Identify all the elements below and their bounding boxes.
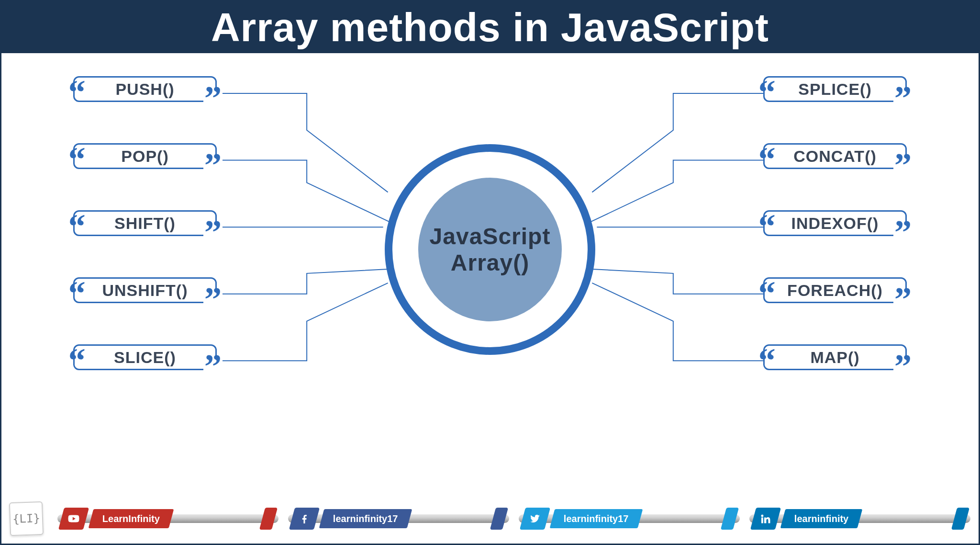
quote-close-icon: ” bbox=[203, 358, 223, 375]
quote-close-icon: ” bbox=[893, 358, 913, 375]
quote-close-icon: ” bbox=[893, 224, 913, 241]
method-map: ” MAP() ” bbox=[763, 341, 907, 374]
youtube-icon bbox=[58, 508, 89, 530]
social-bar: {LI} LearnInfinity learninfinity17 bbox=[0, 492, 980, 545]
method-indexof: ” INDEXOF() ” bbox=[763, 206, 907, 240]
quote-close-icon: ” bbox=[893, 157, 913, 174]
page-title: Array methods in JavaScript bbox=[211, 4, 769, 51]
social-handle: learninfinity17 bbox=[550, 509, 643, 528]
method-label: CONCAT() bbox=[763, 143, 907, 169]
method-label: SLICE() bbox=[73, 344, 217, 370]
social-handle: learninfinity17 bbox=[319, 509, 412, 528]
methods-right-column: ” SPLICE() ” ” CONCAT() ” ” INDEXOF() ” … bbox=[763, 72, 907, 374]
method-label: INDEXOF() bbox=[763, 210, 907, 236]
method-splice: ” SPLICE() ” bbox=[763, 72, 907, 106]
method-label: MAP() bbox=[763, 344, 907, 370]
hub-text-line1: JavaScript bbox=[430, 223, 551, 250]
social-link-youtube[interactable]: LearnInfinity bbox=[57, 507, 278, 531]
social-links: LearnInfinity learninfinity17 learninfin… bbox=[57, 507, 970, 531]
facebook-icon bbox=[289, 508, 320, 530]
method-label: SPLICE() bbox=[763, 76, 907, 102]
hub-text-line2: Array() bbox=[451, 250, 529, 276]
social-handle: LearnInfinity bbox=[89, 509, 174, 528]
method-label: FOREACH() bbox=[763, 277, 907, 303]
quote-close-icon: ” bbox=[203, 90, 223, 107]
social-link-linkedin[interactable]: learninfinity bbox=[749, 507, 970, 531]
methods-left-column: ” PUSH() ” ” POP() ” ” SHIFT() ” ” UNSHI… bbox=[73, 72, 217, 374]
quote-close-icon: ” bbox=[893, 291, 913, 308]
twitter-icon bbox=[520, 508, 550, 530]
quote-close-icon: ” bbox=[203, 157, 223, 174]
method-push: ” PUSH() ” bbox=[73, 72, 217, 106]
quote-close-icon: ” bbox=[203, 224, 223, 241]
page-header: Array methods in JavaScript bbox=[1, 1, 979, 53]
method-shift: ” SHIFT() ” bbox=[73, 206, 217, 240]
social-handle: learninfinity bbox=[780, 509, 863, 528]
method-label: POP() bbox=[73, 143, 217, 169]
hub: JavaScript Array() bbox=[418, 178, 562, 321]
method-concat: ” CONCAT() ” bbox=[763, 139, 907, 173]
quote-close-icon: ” bbox=[203, 291, 223, 308]
method-label: UNSHIFT() bbox=[73, 277, 217, 303]
social-link-facebook[interactable]: learninfinity17 bbox=[288, 507, 509, 531]
quote-close-icon: ” bbox=[893, 90, 913, 107]
method-foreach: ” FOREACH() ” bbox=[763, 273, 907, 307]
method-label: SHIFT() bbox=[73, 210, 217, 236]
linkedin-icon bbox=[750, 508, 781, 530]
method-label: PUSH() bbox=[73, 76, 217, 102]
method-unshift: ” UNSHIFT() ” bbox=[73, 273, 217, 307]
method-pop: ” POP() ” bbox=[73, 139, 217, 173]
method-slice: ” SLICE() ” bbox=[73, 341, 217, 374]
brand-logo: {LI} bbox=[9, 501, 44, 536]
social-link-twitter[interactable]: learninfinity17 bbox=[519, 507, 740, 531]
diagram: JavaScript Array() ” PUSH() ” ” POP() ” … bbox=[1, 72, 979, 427]
